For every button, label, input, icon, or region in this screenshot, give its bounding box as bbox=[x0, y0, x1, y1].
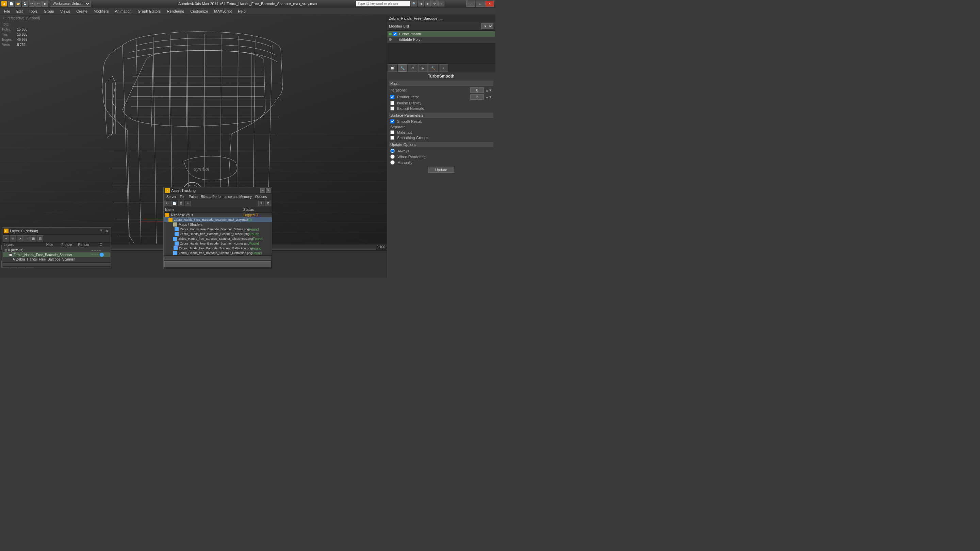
asset-menu-file[interactable]: File bbox=[178, 195, 186, 199]
asset-row-reflection[interactable]: Zebra_Hands_free_Barcode_Scanner_Reflect… bbox=[164, 246, 272, 251]
layer-scrollbar[interactable] bbox=[2, 262, 111, 267]
asset-menu-options[interactable]: Options bbox=[254, 195, 268, 199]
ts-render-iters-input[interactable] bbox=[470, 94, 484, 100]
ts-when-rendering-radio[interactable] bbox=[390, 154, 395, 159]
tab-modify[interactable]: 🔧 bbox=[398, 64, 407, 72]
asset-table-header: Name Status bbox=[164, 207, 272, 213]
tab-utilities[interactable]: 🔨 bbox=[428, 64, 438, 72]
search-options[interactable]: ⚙ bbox=[431, 1, 438, 6]
asset-tb-grid[interactable]: ⊞ bbox=[178, 201, 184, 206]
asset-menu-server[interactable]: Server bbox=[165, 195, 178, 199]
asset-scrollbar[interactable] bbox=[164, 256, 272, 260]
search-help[interactable]: ? bbox=[438, 1, 444, 6]
ts-isoline-label: Isoline Display bbox=[397, 101, 492, 105]
tab-display[interactable]: 🔲 bbox=[388, 64, 397, 72]
ts-smooth-result-checkbox[interactable] bbox=[390, 119, 395, 124]
layer-move-btn[interactable]: → bbox=[24, 235, 30, 241]
ts-render-iters-spinner[interactable]: ▲▼ bbox=[485, 95, 492, 99]
tab-hierarchy[interactable]: ⚙ bbox=[408, 64, 417, 72]
asset-tb-refresh[interactable]: ↻ bbox=[164, 201, 170, 206]
asset-row-fresnel[interactable]: Zebra_Hands_free_Barcode_Scanner_Fresnel… bbox=[164, 232, 272, 237]
ts-explicit-normals-checkbox[interactable] bbox=[390, 106, 395, 111]
tab-motion[interactable]: ▶ bbox=[418, 64, 428, 72]
workspace-dropdown[interactable]: Workspace: Default bbox=[50, 1, 91, 7]
asset-row-normal[interactable]: Zebra_Hands_free_Barcode_Scanner_Normal.… bbox=[164, 241, 272, 246]
asset-tb-list[interactable]: ≡ bbox=[185, 201, 191, 206]
menu-views[interactable]: Views bbox=[57, 8, 73, 14]
open-btn[interactable]: 📂 bbox=[15, 1, 21, 7]
search-bar: 🔍 ◀ ▶ ⚙ ? bbox=[356, 1, 444, 6]
asset-menu-paths[interactable]: Paths bbox=[188, 195, 199, 199]
layer-expand-btn[interactable]: ⊞ bbox=[30, 235, 37, 241]
asset-close-btn[interactable]: ✕ bbox=[266, 188, 270, 193]
menu-edit[interactable]: Edit bbox=[14, 8, 25, 14]
layer-select-btn[interactable]: ↗ bbox=[17, 235, 23, 241]
asset-row-max[interactable]: Zebra_Hands_Free_Barcode_Scanner_max_vra… bbox=[164, 218, 272, 222]
menu-animation[interactable]: Animation bbox=[112, 8, 134, 14]
ts-always-radio[interactable] bbox=[390, 149, 395, 153]
layer-collapse-btn[interactable]: ⊟ bbox=[37, 235, 43, 241]
menu-tools[interactable]: Tools bbox=[26, 8, 40, 14]
layer-delete-btn[interactable]: ✕ bbox=[10, 235, 16, 241]
menu-customize[interactable]: Customize bbox=[188, 8, 211, 14]
ts-iterations-spinner[interactable]: ▲▼ bbox=[485, 89, 492, 92]
save-btn[interactable]: 💾 bbox=[22, 1, 28, 7]
search-nav-next[interactable]: ▶ bbox=[425, 1, 431, 6]
menu-create[interactable]: Create bbox=[73, 8, 90, 14]
asset-row-maps[interactable]: Maps / Shaders bbox=[164, 222, 272, 227]
ts-update-options-header[interactable]: Update Options bbox=[389, 142, 493, 147]
layer-row-default[interactable]: ⊞ 0 (default) – – – – bbox=[3, 248, 110, 252]
ts-manually-radio[interactable] bbox=[390, 160, 395, 165]
menu-graph-editors[interactable]: Graph Editors bbox=[135, 8, 164, 14]
layer-create-btn[interactable]: + bbox=[3, 235, 9, 241]
layer-close-btn[interactable]: ✕ bbox=[104, 228, 109, 233]
asset-path-input[interactable] bbox=[164, 261, 271, 267]
layer-row-scanner[interactable]: 🔲 Zebra_Hands_Free_Barcode_Scanner – – – bbox=[3, 252, 110, 257]
asset-tb-find[interactable]: 📄 bbox=[171, 201, 177, 206]
ts-main-header[interactable]: Main bbox=[389, 81, 493, 86]
svg-line-29 bbox=[123, 46, 129, 243]
modifier-editable-poly[interactable]: Editable Poly bbox=[388, 37, 495, 42]
search-nav-prev[interactable]: ◀ bbox=[418, 1, 424, 6]
menu-maxscript[interactable]: MAXScript bbox=[211, 8, 234, 14]
diffuse-status: Found bbox=[249, 227, 270, 231]
asset-tb-options[interactable]: ⚙ bbox=[265, 201, 271, 206]
ts-iterations-input[interactable] bbox=[470, 87, 484, 93]
tab-extra[interactable]: + bbox=[439, 64, 448, 72]
search-icon[interactable]: 🔍 bbox=[411, 1, 417, 6]
asset-row-refraction[interactable]: Zebra_Hands_free_Barcode_Scanner_Refract… bbox=[164, 251, 272, 256]
render-btn[interactable]: ▶ bbox=[42, 1, 48, 7]
menu-file[interactable]: File bbox=[2, 8, 13, 14]
modifier-dropdown[interactable]: ▼ bbox=[481, 23, 493, 29]
search-input[interactable] bbox=[356, 1, 410, 6]
ts-smoothing-groups-checkbox[interactable] bbox=[390, 136, 395, 140]
asset-minimize-btn[interactable]: – bbox=[260, 188, 265, 193]
asset-tb-help[interactable]: ? bbox=[258, 201, 264, 206]
asset-row-vault[interactable]: Autodesk Vault Logged O... bbox=[164, 213, 272, 218]
ts-update-button[interactable]: Update bbox=[428, 167, 454, 173]
undo-btn[interactable]: ↩ bbox=[29, 1, 35, 7]
redo-btn[interactable]: ↪ bbox=[35, 1, 41, 7]
ts-materials-checkbox[interactable] bbox=[390, 130, 395, 134]
new-btn[interactable]: 📄 bbox=[8, 1, 14, 7]
layer-help-btn[interactable]: ? bbox=[98, 228, 104, 233]
menu-group[interactable]: Group bbox=[41, 8, 57, 14]
asset-scroll-track[interactable] bbox=[164, 256, 271, 260]
modifier-turbosmooth[interactable]: TurboSmooth bbox=[388, 31, 495, 37]
ts-isoline-checkbox[interactable] bbox=[390, 101, 395, 105]
ts-render-iters-checkbox[interactable] bbox=[390, 95, 395, 99]
close-btn[interactable]: ✕ bbox=[485, 1, 494, 7]
menu-help[interactable]: Help bbox=[235, 8, 248, 14]
menu-modifiers[interactable]: Modifiers bbox=[91, 8, 111, 14]
menu-rendering[interactable]: Rendering bbox=[164, 8, 187, 14]
asset-row-diffuse[interactable]: Zebra_Hands_free_Barcode_Scanner_Diffuse… bbox=[164, 227, 272, 232]
modifier-turbosmooth-checkbox[interactable] bbox=[393, 32, 397, 36]
asset-row-glossiness[interactable]: Zebra_Hands_free_Barcode_Scanner_Glossin… bbox=[164, 237, 272, 241]
layer-row-scanner2[interactable]: ↳ Zebra_Hands_Free_Barcode_Scanner bbox=[3, 257, 110, 262]
ts-surface-params-header[interactable]: Surface Parameters bbox=[389, 113, 493, 118]
svg-line-48 bbox=[204, 49, 204, 127]
layer-color-dot[interactable] bbox=[100, 253, 104, 257]
asset-menu-bitmap[interactable]: Bitmap Performance and Memory bbox=[199, 195, 253, 199]
maximize-btn[interactable]: □ bbox=[476, 1, 485, 7]
minimize-btn[interactable]: – bbox=[466, 1, 475, 7]
